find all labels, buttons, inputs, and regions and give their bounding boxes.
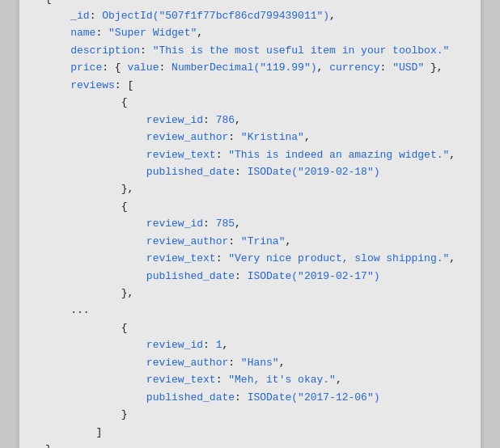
code-container: { _id: ObjectId("507f1f77bcf86cd79943901… xyxy=(19,0,481,448)
code-block: { _id: ObjectId("507f1f77bcf86cd79943901… xyxy=(45,0,455,448)
